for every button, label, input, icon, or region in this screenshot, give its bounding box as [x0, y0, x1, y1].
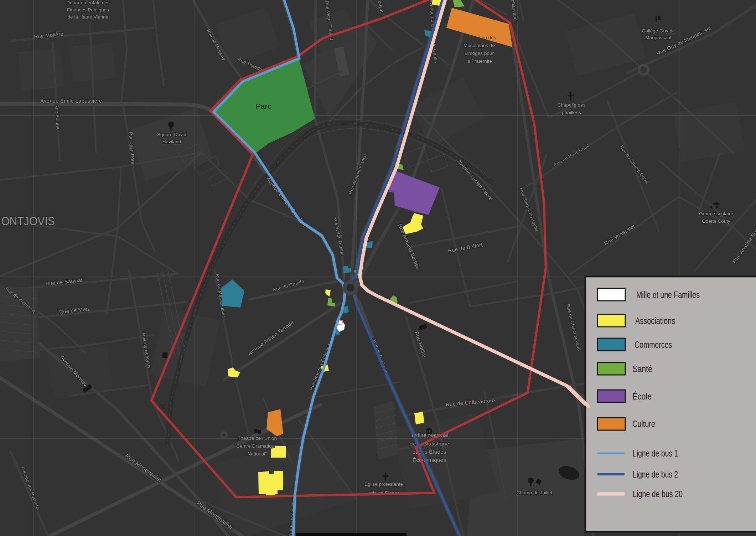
svg-text:Odette Couty: Odette Couty [702, 218, 730, 224]
svg-text:MONTJOVIS: MONTJOVIS [0, 215, 55, 228]
svg-text:Limoges pour: Limoges pour [465, 51, 494, 56]
svg-text:Collège Guy de: Collège Guy de [642, 28, 675, 34]
svg-text:Groupe scolaire: Groupe scolaire [699, 211, 733, 216]
svg-text:Culture: Culture [632, 418, 655, 429]
svg-text:Ligne de bus 2: Ligne de bus 2 [633, 469, 678, 480]
svg-text:Avenue Émile Labussière: Avenue Émile Labussière [40, 98, 102, 104]
svg-text:Square David: Square David [157, 132, 186, 137]
svg-text:la Fraternité: la Fraternité [466, 58, 492, 64]
svg-text:Parc: Parc [256, 102, 271, 110]
svg-text:École: École [632, 391, 652, 402]
svg-text:Mille et une Familles: Mille et une Familles [636, 289, 700, 300]
svg-text:Champ de Juillet: Champ de Juillet [517, 490, 553, 495]
svg-text:Santé: Santé [632, 364, 652, 374]
svg-text:Associations: Associations [635, 315, 675, 326]
svg-text:National": National" [248, 451, 267, 457]
svg-text:Musulmans de: Musulmans de [464, 43, 495, 48]
svg-text:Départementale des: Départementale des [66, 0, 110, 5]
svg-text:"Centre Dramatique: "Centre Dramatique [235, 443, 277, 449]
svg-text:Commerces: Commerces [635, 339, 672, 350]
svg-text:Théatre de l'Union: Théatre de l'Union [238, 436, 277, 441]
svg-text:Ligne de bus 20: Ligne de bus 20 [633, 489, 683, 499]
svg-text:Économiques: Économiques [413, 457, 446, 463]
svg-text:Chapelle des: Chapelle des [558, 102, 586, 108]
svg-text:Finances Publiques: Finances Publiques [67, 7, 109, 12]
svg-text:Église protestante: Église protestante [364, 481, 403, 487]
svg-text:papillons: papillons [562, 110, 581, 115]
svg-text:de la Haute Vienne: de la Haute Vienne [68, 14, 109, 20]
svg-text:Association des: Association des [462, 35, 496, 40]
svg-text:Maupassant: Maupassant [645, 35, 672, 40]
svg-text:Ligne de bus 1: Ligne de bus 1 [633, 448, 678, 459]
svg-text:Haviland: Haviland [162, 139, 181, 144]
